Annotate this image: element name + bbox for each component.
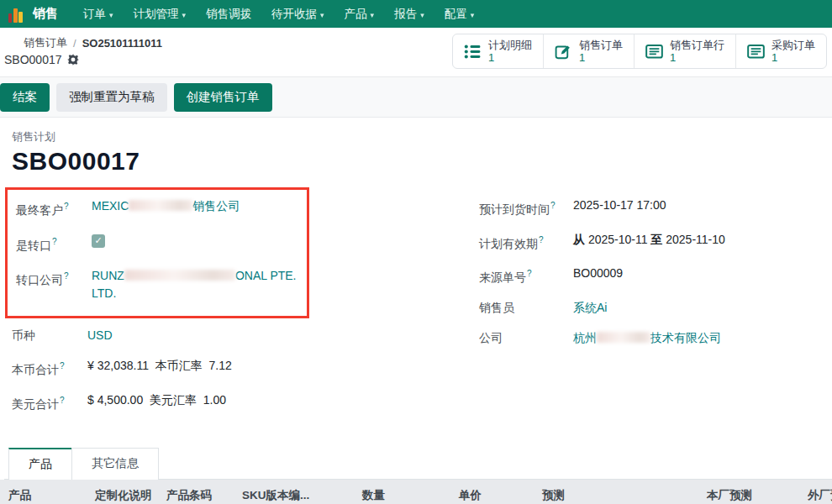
help-icon: ? xyxy=(52,237,57,246)
help-icon: ? xyxy=(550,201,556,210)
col-forecast[interactable]: 预测 xyxy=(490,480,573,504)
field-label: 美元合计? xyxy=(12,391,87,413)
smart-button-sales-order[interactable]: 销售订单 1 xyxy=(543,34,634,68)
field-salesperson: 销售员 系统Ai xyxy=(479,299,832,317)
redacted-text xyxy=(129,200,192,211)
menu-sales-transfer[interactable]: 销售调拨 xyxy=(197,1,260,28)
field-label: 最终客户? xyxy=(16,197,92,219)
tab-other-info[interactable]: 其它信息 xyxy=(71,448,159,480)
menu-plan-management[interactable]: 计划管理 xyxy=(125,1,195,28)
menu-reports[interactable]: 报告 xyxy=(386,1,433,28)
field-label: 转口公司? xyxy=(16,267,92,289)
breadcrumb-separator: / xyxy=(73,37,76,50)
menu-pending-receipts[interactable]: 待开收据 xyxy=(263,1,333,28)
local-total-value: ¥ 32,038.11 本币汇率 7.12 xyxy=(87,357,232,375)
notebook-tabs: 产品 其它信息 xyxy=(4,448,832,480)
field-label: 公司 xyxy=(479,329,573,347)
field-label: 计划有效期? xyxy=(479,231,573,253)
breadcrumb-current: SO25101111011 xyxy=(82,37,162,50)
smart-button-label: 计划明细 xyxy=(488,39,532,51)
menu-products[interactable]: 产品 xyxy=(336,1,383,28)
col-unit-price[interactable]: 单价 xyxy=(393,480,490,504)
help-icon: ? xyxy=(539,235,544,244)
field-source: 来源单号? BO00009 xyxy=(479,265,832,286)
field-label: 来源单号? xyxy=(479,265,573,286)
create-sales-order-button[interactable]: 创建销售订单 xyxy=(174,83,272,112)
col-product[interactable]: 产品 xyxy=(0,480,87,504)
smart-button-sales-order-lines[interactable]: 销售订单行 1 xyxy=(634,34,735,68)
top-navbar: 销售 订单 计划管理 销售调拨 待开收据 产品 报告 配置 xyxy=(0,0,832,28)
product-lines-table: 产品 定制化说明 产品条码 SKU版本编... 数量 单价 预测 本厂预测 外厂… xyxy=(0,480,832,504)
field-validity: 计划有效期? 从 2025-10-11 至 2025-11-10 xyxy=(479,231,832,253)
smart-button-count: 1 xyxy=(670,51,724,64)
field-currency: 币种 USD xyxy=(12,327,415,344)
help-icon: ? xyxy=(64,271,69,281)
edit-icon xyxy=(555,44,572,60)
help-icon: ? xyxy=(60,361,65,370)
help-icon: ? xyxy=(527,269,532,278)
field-label: 本币合计? xyxy=(12,357,87,379)
validity-value: 从 2025-10-11 至 2025-11-10 xyxy=(573,231,725,249)
currency-value[interactable]: USD xyxy=(87,327,113,344)
page-title: SBO00017 xyxy=(12,147,832,176)
source-value: BO00009 xyxy=(573,265,623,282)
tab-products[interactable]: 产品 xyxy=(8,448,72,480)
usd-total-value: $ 4,500.00 美元汇率 1.00 xyxy=(87,391,226,409)
smart-button-count: 1 xyxy=(579,51,623,64)
breadcrumb-record: SBO00017 xyxy=(4,53,62,66)
field-label: 销售员 xyxy=(479,299,573,317)
col-actions xyxy=(573,480,677,504)
company-value[interactable]: 杭州技术有限公司 xyxy=(573,329,721,347)
final-customer-value[interactable]: MEXIC销售公司 xyxy=(92,197,240,215)
smart-button-plan-detail[interactable]: 计划明细 1 xyxy=(453,34,543,68)
col-external-factory-forecast[interactable]: 外厂预测 xyxy=(761,480,832,504)
action-button-band: 结案 强制重置为草稿 创建销售订单 xyxy=(0,77,832,118)
control-panel: 销售订单 / SO25101111011 SBO00017 计划明细 1 xyxy=(0,28,832,77)
field-local-total: 本币合计? ¥ 32,038.11 本币汇率 7.12 xyxy=(12,357,415,379)
table-header-row: 产品 定制化说明 产品条码 SKU版本编... 数量 单价 预测 本厂预测 外厂… xyxy=(0,480,832,504)
breadcrumb-parent[interactable]: 销售订单 xyxy=(24,35,67,50)
sales-app-icon[interactable] xyxy=(8,6,23,23)
list-card-icon xyxy=(747,44,765,60)
field-label: 预计到货时间? xyxy=(479,197,573,218)
menu-orders[interactable]: 订单 xyxy=(75,1,122,28)
bullet-list-icon xyxy=(464,44,482,60)
redacted-text xyxy=(597,332,650,343)
help-icon: ? xyxy=(60,396,65,405)
eta-value: 2025-10-17 17:00 xyxy=(573,197,666,214)
field-eta: 预计到货时间? 2025-10-17 17:00 xyxy=(479,197,832,218)
help-icon: ? xyxy=(64,202,69,211)
field-final-customer: 最终客户? MEXIC销售公司 xyxy=(16,197,298,219)
field-label: 币种 xyxy=(12,327,87,344)
col-barcode[interactable]: 产品条码 xyxy=(158,480,234,504)
smart-button-count: 1 xyxy=(488,51,532,64)
menu-settings[interactable]: 配置 xyxy=(436,1,483,28)
field-label: 是转口? xyxy=(16,233,92,255)
col-sku-version[interactable]: SKU版本编... xyxy=(234,480,309,504)
smart-button-box: 计划明细 1 销售订单 1 销售订单行 1 xyxy=(452,34,827,69)
smart-button-count: 1 xyxy=(771,51,815,64)
redacted-text xyxy=(124,270,235,281)
field-company: 公司 杭州技术有限公司 xyxy=(479,329,832,347)
list-card-icon xyxy=(645,44,663,60)
col-quantity[interactable]: 数量 xyxy=(309,480,393,504)
lines-table-zone: 产品 定制化说明 产品条码 SKU版本编... 数量 单价 预测 本厂预测 外厂… xyxy=(0,480,832,504)
form-sheet: 销售计划 SBO00017 最终客户? MEXIC销售公司 是转口? ✓ 转口公… xyxy=(0,118,832,504)
col-customization-note[interactable]: 定制化说明 xyxy=(87,480,158,504)
smart-button-purchase-order[interactable]: 采购订单 1 xyxy=(735,34,826,68)
red-highlight-box: 最终客户? MEXIC销售公司 是转口? ✓ 转口公司? RUNZONAL PT… xyxy=(5,187,309,318)
field-usd-total: 美元合计? $ 4,500.00 美元汇率 1.00 xyxy=(12,391,415,413)
close-case-button[interactable]: 结案 xyxy=(0,83,50,112)
field-transit-company: 转口公司? RUNZONAL PTE. LTD. xyxy=(16,267,298,302)
app-name[interactable]: 销售 xyxy=(33,6,58,22)
force-reset-draft-button[interactable]: 强制重置为草稿 xyxy=(56,83,167,112)
record-type-label: 销售计划 xyxy=(12,129,832,144)
salesperson-value[interactable]: 系统Ai xyxy=(573,299,607,317)
gear-icon[interactable] xyxy=(67,54,79,66)
is-transit-checkbox[interactable]: ✓ xyxy=(92,234,105,248)
smart-button-label: 采购订单 xyxy=(771,39,815,51)
smart-button-label: 销售订单行 xyxy=(670,39,724,51)
transit-company-value[interactable]: RUNZONAL PTE. LTD. xyxy=(92,267,298,302)
smart-button-label: 销售订单 xyxy=(579,39,623,51)
col-own-factory-forecast[interactable]: 本厂预测 xyxy=(677,480,761,504)
